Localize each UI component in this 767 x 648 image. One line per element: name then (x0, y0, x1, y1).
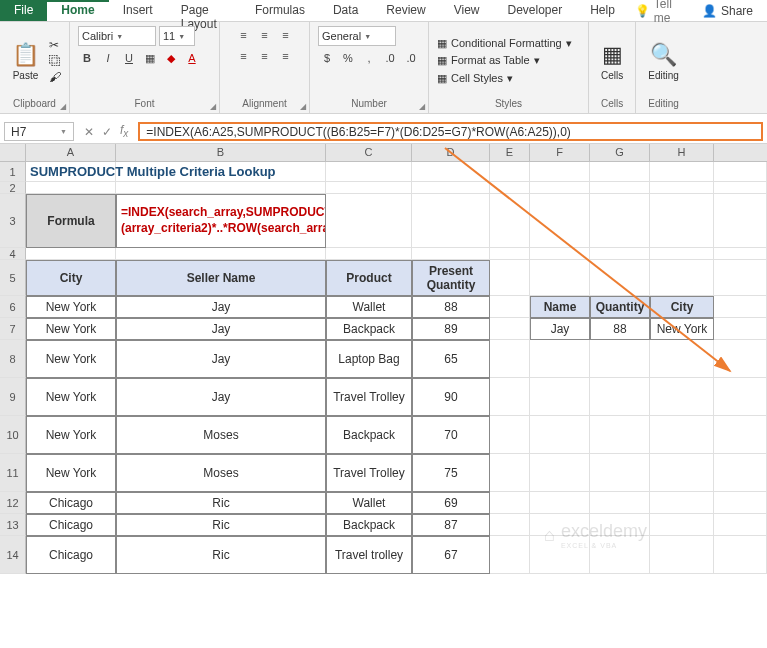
cell-r11c4[interactable]: 75 (412, 454, 490, 492)
row-header-6[interactable]: 6 (0, 296, 26, 318)
cell-r9c3[interactable]: Travel Trolley (326, 378, 412, 416)
cell-r13c2[interactable]: Ric (116, 514, 326, 536)
tab-home[interactable]: Home (47, 0, 108, 21)
row-header-8[interactable]: 8 (0, 340, 26, 378)
cell-r9c9[interactable] (714, 378, 767, 416)
cell-r2c4[interactable] (412, 182, 490, 194)
cell-r8c1[interactable]: New York (26, 340, 116, 378)
cells-button[interactable]: ▦Cells (597, 40, 627, 83)
hdr-seller[interactable]: Seller Name (116, 260, 326, 296)
number-format-dropdown[interactable]: General▼ (318, 26, 396, 46)
cell-r13c5[interactable] (490, 514, 530, 536)
col-header-F[interactable]: F (530, 144, 590, 161)
cell-r4c8[interactable] (650, 248, 714, 260)
cancel-formula-button[interactable]: ✕ (84, 125, 94, 139)
currency-button[interactable]: $ (318, 49, 336, 67)
align-right-button[interactable]: ≡ (277, 47, 295, 65)
tab-formulas[interactable]: Formulas (241, 0, 319, 21)
cell-r1c6[interactable] (530, 162, 590, 182)
cell-r13c6[interactable] (530, 514, 590, 536)
cell-r1c7[interactable] (590, 162, 650, 182)
cell-r9c6[interactable] (530, 378, 590, 416)
align-bottom-button[interactable]: ≡ (277, 26, 295, 44)
cell-r7c5[interactable] (490, 318, 530, 340)
cell-r12c3[interactable]: Wallet (326, 492, 412, 514)
cell-r13c9[interactable] (714, 514, 767, 536)
tell-me[interactable]: 💡Tell me (629, 0, 688, 21)
cell-r12c2[interactable]: Ric (116, 492, 326, 514)
row-header-3[interactable]: 3 (0, 194, 26, 248)
cell-r14c3[interactable]: Travel trolley (326, 536, 412, 574)
formula-label-cell[interactable]: Formula (26, 194, 116, 248)
cell-r8c9[interactable] (714, 340, 767, 378)
cell-r11c1[interactable]: New York (26, 454, 116, 492)
cell-r5c7[interactable] (590, 260, 650, 296)
cell-r8c6[interactable] (530, 340, 590, 378)
font-size-dropdown[interactable]: 11▼ (159, 26, 195, 46)
cell-r12c1[interactable]: Chicago (26, 492, 116, 514)
cell-r6c2[interactable]: Jay (116, 296, 326, 318)
cell-r14c1[interactable]: Chicago (26, 536, 116, 574)
tab-page-layout[interactable]: Page Layout (167, 0, 241, 21)
row-header-11[interactable]: 11 (0, 454, 26, 492)
align-middle-button[interactable]: ≡ (256, 26, 274, 44)
cell-r13c4[interactable]: 87 (412, 514, 490, 536)
cell-styles-button[interactable]: ▦Cell Styles ▾ (437, 70, 572, 88)
align-center-button[interactable]: ≡ (256, 47, 274, 65)
cell-r4c5[interactable] (490, 248, 530, 260)
cell-r14c8[interactable] (650, 536, 714, 574)
cell-r11c8[interactable] (650, 454, 714, 492)
col-header-B[interactable]: B (116, 144, 326, 161)
lookup-hdr-name[interactable]: Name (530, 296, 590, 318)
underline-button[interactable]: U (120, 49, 138, 67)
cell-r9c5[interactable] (490, 378, 530, 416)
bold-button[interactable]: B (78, 49, 96, 67)
cell-r5c8[interactable] (650, 260, 714, 296)
cell-r6c9[interactable] (714, 296, 767, 318)
cell-r6c1[interactable]: New York (26, 296, 116, 318)
title-cell[interactable]: SUMPRODUCT Multiple Criteria Lookup (26, 162, 116, 182)
editing-button[interactable]: 🔍Editing (644, 40, 683, 83)
cell-r12c9[interactable] (714, 492, 767, 514)
percent-button[interactable]: % (339, 49, 357, 67)
cell-r10c7[interactable] (590, 416, 650, 454)
cell-r14c4[interactable]: 67 (412, 536, 490, 574)
cell-r8c3[interactable]: Laptop Bag (326, 340, 412, 378)
tab-help[interactable]: Help (576, 0, 629, 21)
cell-r3c4[interactable] (412, 194, 490, 248)
hdr-qty[interactable]: Present Quantity (412, 260, 490, 296)
cell-r3c7[interactable] (590, 194, 650, 248)
cell-r4c1[interactable] (26, 248, 116, 260)
cell-r2c9[interactable] (714, 182, 767, 194)
col-header-E[interactable]: E (490, 144, 530, 161)
cell-r4c9[interactable] (714, 248, 767, 260)
align-top-button[interactable]: ≡ (235, 26, 253, 44)
format-as-table-button[interactable]: ▦Format as Table ▾ (437, 52, 572, 70)
lookup-city[interactable]: New York (650, 318, 714, 340)
fx-button[interactable]: fx (120, 123, 128, 139)
cell-r8c7[interactable] (590, 340, 650, 378)
cell-r2c1[interactable] (26, 182, 116, 194)
cell-r4c3[interactable] (326, 248, 412, 260)
cell-r7c9[interactable] (714, 318, 767, 340)
cell-r9c8[interactable] (650, 378, 714, 416)
share-button[interactable]: 👤Share (688, 0, 767, 21)
cell-r14c9[interactable] (714, 536, 767, 574)
cell-r4c4[interactable] (412, 248, 490, 260)
cell-r10c1[interactable]: New York (26, 416, 116, 454)
cell-r3c3[interactable] (326, 194, 412, 248)
cell-r1c2[interactable] (116, 162, 326, 182)
cell-r10c3[interactable]: Backpack (326, 416, 412, 454)
clipboard-launcher[interactable]: ◢ (60, 102, 66, 111)
row-header-9[interactable]: 9 (0, 378, 26, 416)
conditional-formatting-button[interactable]: ▦Conditional Formatting ▾ (437, 35, 572, 53)
formula-bar[interactable]: =INDEX(A6:A25,SUMPRODUCT((B6:B25=F7)*(D6… (138, 122, 763, 141)
col-header-H[interactable]: H (650, 144, 714, 161)
cell-r10c6[interactable] (530, 416, 590, 454)
cell-r2c7[interactable] (590, 182, 650, 194)
cut-button[interactable]: ✂ (49, 38, 61, 52)
name-box[interactable]: H7▼ (4, 122, 74, 141)
cell-r14c7[interactable] (590, 536, 650, 574)
cell-r11c6[interactable] (530, 454, 590, 492)
cell-r2c2[interactable] (116, 182, 326, 194)
